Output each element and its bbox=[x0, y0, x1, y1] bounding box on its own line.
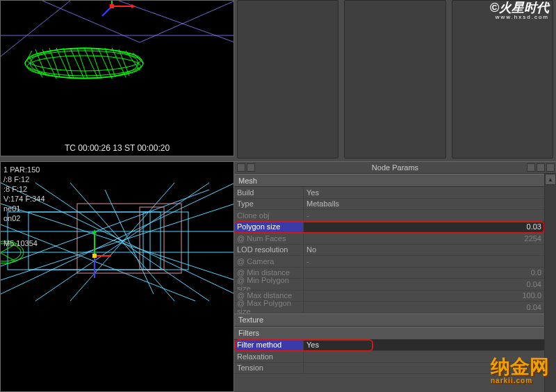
property-value[interactable]: - bbox=[304, 256, 544, 267]
panel-titlebar: Node Params bbox=[234, 161, 556, 174]
property-value[interactable]: 0.03 bbox=[304, 222, 544, 233]
property-row[interactable]: Filter methodYes bbox=[234, 340, 544, 352]
property-label: Relaxation bbox=[234, 351, 304, 362]
property-row[interactable]: @ Max Polygon size0.04 bbox=[234, 302, 544, 313]
watermark-narkii: 纳金网 narkii.com bbox=[491, 360, 549, 388]
svg-point-6 bbox=[25, 51, 143, 76]
svg-point-7 bbox=[30, 48, 138, 79]
property-label: @ Min Polygon size bbox=[234, 279, 304, 290]
preview-slot[interactable] bbox=[237, 0, 338, 158]
property-label: Build bbox=[234, 187, 304, 198]
property-value[interactable]: 0.04 bbox=[304, 279, 544, 290]
property-row[interactable]: TypeMetaballs bbox=[234, 199, 544, 211]
property-label: @ Camera bbox=[234, 256, 304, 267]
property-label: Tension bbox=[234, 363, 304, 374]
property-row[interactable]: LOD resolutionNo bbox=[234, 245, 544, 256]
svg-rect-34 bbox=[143, 212, 161, 270]
svg-rect-58 bbox=[92, 254, 97, 258]
property-label: Type bbox=[234, 199, 304, 210]
property-row[interactable]: BuildYes bbox=[234, 187, 544, 199]
property-value[interactable]: Yes bbox=[304, 187, 544, 198]
panel-title: Node Params bbox=[234, 163, 556, 172]
minimize-icon[interactable] bbox=[527, 163, 535, 172]
property-value[interactable]: 0.04 bbox=[304, 302, 544, 313]
property-label: Filter method bbox=[234, 340, 304, 351]
property-label: @ Max Polygon size bbox=[234, 302, 304, 313]
property-value[interactable]: 0.0 bbox=[304, 268, 544, 279]
viewport-perspective[interactable]: TC 00:00:26 13 ST 00:00:20 bbox=[0, 0, 234, 156]
svg-line-20 bbox=[42, 49, 56, 79]
preview-slot[interactable] bbox=[452, 0, 553, 158]
viewport-orthographic[interactable]: 1 PAR:150 /:8 F:12 :8 F:12 V:174 F:344 n… bbox=[0, 161, 234, 392]
property-label: @ Num Faces bbox=[234, 233, 304, 244]
property-row[interactable]: Clone obj- bbox=[234, 210, 544, 222]
property-row[interactable]: @ Min Polygon size0.04 bbox=[234, 279, 544, 291]
property-row[interactable]: @ Camera- bbox=[234, 256, 544, 268]
maximize-icon[interactable] bbox=[537, 163, 545, 172]
property-row[interactable]: @ Num Faces2254 bbox=[234, 233, 544, 245]
svg-line-45 bbox=[105, 190, 154, 294]
property-label: LOD resolution bbox=[234, 245, 304, 256]
svg-line-1 bbox=[1, 1, 70, 56]
svg-rect-31 bbox=[110, 4, 114, 8]
property-value[interactable]: Metaballs bbox=[304, 199, 544, 210]
svg-point-9 bbox=[27, 56, 141, 78]
preview-slot[interactable] bbox=[344, 0, 445, 158]
property-value[interactable]: 2254 bbox=[304, 233, 544, 244]
svg-point-5 bbox=[25, 48, 143, 79]
svg-line-10 bbox=[25, 51, 32, 63]
watermark-hxsd: ©火星时代 www.hxsd.com bbox=[490, 3, 549, 22]
scroll-up-icon[interactable]: ▲ bbox=[545, 174, 556, 185]
close-icon[interactable] bbox=[546, 163, 555, 172]
property-row[interactable]: Polygon size0.03 bbox=[234, 222, 544, 234]
property-label: Clone obj bbox=[234, 210, 304, 221]
property-value[interactable]: - bbox=[304, 210, 544, 221]
material-preview-row bbox=[234, 0, 556, 161]
property-label: Polygon size bbox=[234, 222, 304, 233]
section-header[interactable]: Filters bbox=[234, 327, 544, 340]
svg-line-3 bbox=[140, 1, 234, 42]
svg-line-4 bbox=[119, 1, 234, 42]
timecode-display: TC 00:00:26 13 ST 00:00:20 bbox=[1, 143, 234, 153]
svg-marker-28 bbox=[131, 4, 136, 8]
property-value[interactable]: 100.0 bbox=[304, 291, 544, 302]
svg-rect-33 bbox=[28, 212, 150, 270]
property-value[interactable]: No bbox=[304, 245, 544, 256]
property-value[interactable]: Yes bbox=[304, 340, 544, 351]
section-header[interactable]: Mesh bbox=[234, 174, 544, 187]
viewport-info-overlay: 1 PAR:150 /:8 F:12 :8 F:12 V:174 F:344 n… bbox=[3, 165, 45, 248]
